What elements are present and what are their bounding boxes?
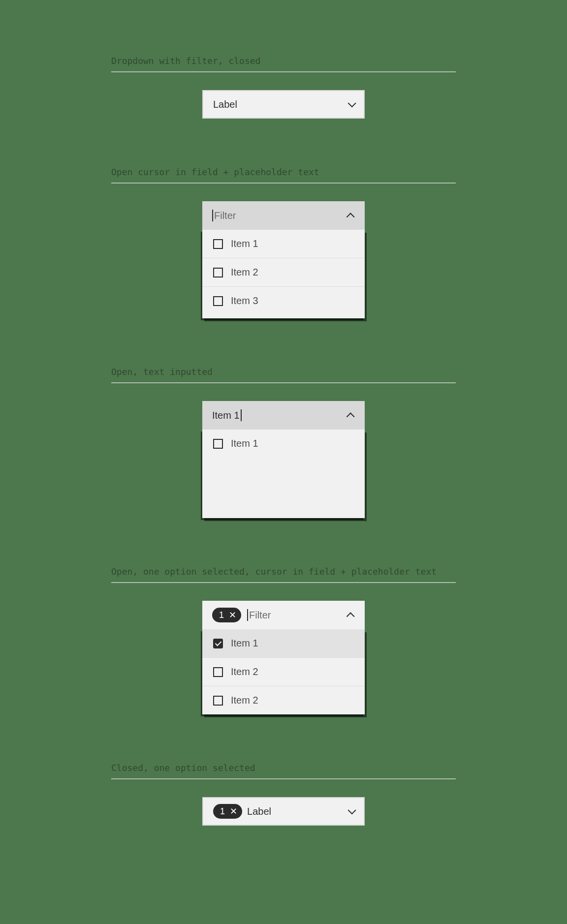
- text-cursor: [212, 210, 213, 221]
- dropdown-open-selected[interactable]: 1 ✕ Filter Item 1 Item 2: [202, 601, 365, 714]
- section-title: Open, text inputted: [111, 365, 456, 378]
- selection-count-pill: 1 ✕: [213, 804, 242, 819]
- option-label: Item 2: [231, 267, 258, 278]
- text-cursor: [247, 609, 248, 621]
- dropdown-option[interactable]: Item 3: [202, 287, 365, 315]
- section-open-placeholder: Open cursor in field + placeholder text …: [111, 165, 456, 318]
- dropdown-option[interactable]: Item 1: [202, 629, 365, 658]
- divider: [111, 582, 456, 583]
- section-title: Dropdown with filter, closed: [111, 54, 456, 67]
- dropdown-option[interactable]: Item 1: [202, 230, 365, 258]
- dropdown-menu: Item 1: [202, 430, 365, 518]
- chevron-up-icon: [349, 412, 355, 418]
- checkbox-checked-icon[interactable]: [213, 639, 223, 648]
- clear-selection-icon[interactable]: ✕: [230, 807, 237, 816]
- section-title: Closed, one option selected: [111, 761, 456, 774]
- section-open-typed: Open, text inputted Item 1 Item 1: [111, 365, 456, 518]
- section-closed-selected: Closed, one option selected 1 ✕ Label: [111, 761, 456, 826]
- option-label: Item 1: [231, 238, 258, 249]
- divider: [111, 382, 456, 383]
- dropdown-label: Label: [247, 806, 343, 817]
- dropdown-option[interactable]: Item 1: [202, 430, 365, 458]
- dropdown-filter-field[interactable]: 1 ✕ Filter: [202, 601, 365, 629]
- dropdown-open-typed[interactable]: Item 1 Item 1: [202, 401, 365, 518]
- dropdown-label: Label: [213, 99, 343, 110]
- selection-count: 1: [219, 611, 224, 619]
- option-label: Item 3: [231, 295, 258, 307]
- option-label: Item 1: [231, 638, 258, 649]
- clear-selection-icon[interactable]: ✕: [229, 611, 236, 619]
- filter-input: Filter: [212, 210, 344, 221]
- dropdown-option[interactable]: Item 2: [202, 686, 365, 714]
- chevron-down-icon: [348, 808, 354, 814]
- dropdown-menu: Item 1 Item 2 Item 2: [202, 629, 365, 714]
- option-label: Item 1: [231, 438, 258, 449]
- divider: [111, 183, 456, 184]
- dropdown-filter-field[interactable]: Filter: [202, 201, 365, 230]
- dropdown-filter-field[interactable]: Item 1: [202, 401, 365, 430]
- selection-count: 1: [220, 807, 225, 816]
- section-closed: Dropdown with filter, closed Label: [111, 54, 456, 119]
- checkbox-icon[interactable]: [213, 667, 223, 677]
- section-title: Open, one option selected, cursor in fie…: [111, 565, 456, 578]
- checkbox-icon[interactable]: [213, 439, 223, 449]
- option-label: Item 2: [231, 695, 258, 706]
- divider: [111, 71, 456, 72]
- dropdown-menu: Item 1 Item 2 Item 3: [202, 230, 365, 318]
- chevron-up-icon: [349, 213, 355, 218]
- checkbox-icon[interactable]: [213, 696, 223, 706]
- section-title: Open cursor in field + placeholder text: [111, 165, 456, 179]
- checkbox-icon[interactable]: [213, 268, 223, 277]
- dropdown-closed[interactable]: Label: [202, 90, 365, 119]
- filter-input: Filter: [247, 609, 343, 621]
- filter-input: Item 1: [212, 409, 344, 421]
- divider: [111, 778, 456, 779]
- checkbox-icon[interactable]: [213, 239, 223, 249]
- selection-count-pill: 1 ✕: [212, 608, 241, 622]
- section-open-selected: Open, one option selected, cursor in fie…: [111, 565, 456, 714]
- checkbox-icon[interactable]: [213, 296, 223, 306]
- dropdown-option[interactable]: Item 2: [202, 258, 365, 287]
- option-label: Item 2: [231, 666, 258, 678]
- text-cursor: [241, 409, 242, 421]
- dropdown-closed-selected[interactable]: 1 ✕ Label: [202, 797, 365, 826]
- dropdown-open[interactable]: Filter Item 1 Item 2 Item 3: [202, 201, 365, 318]
- chevron-down-icon: [348, 101, 354, 107]
- dropdown-option[interactable]: Item 2: [202, 658, 365, 686]
- chevron-up-icon: [349, 612, 355, 618]
